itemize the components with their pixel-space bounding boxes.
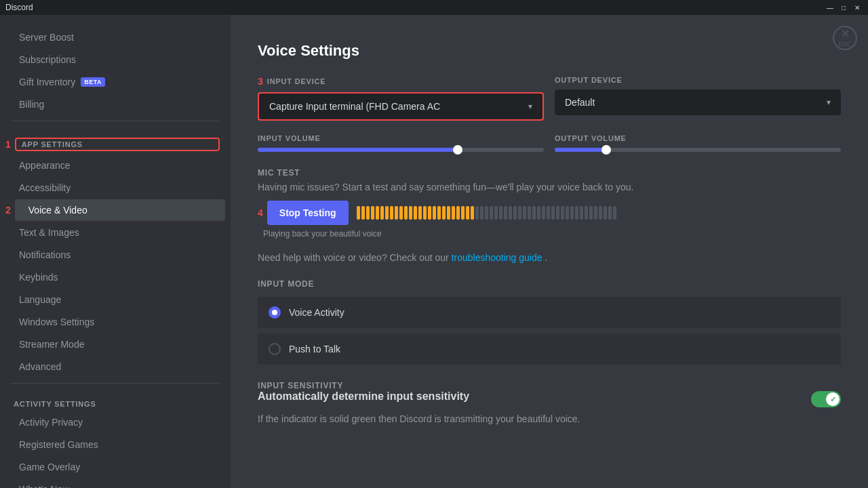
annotation-3: 3 — [258, 76, 263, 87]
audio-bar — [376, 206, 379, 220]
troubleshoot-link[interactable]: troubleshooting guide — [452, 252, 542, 263]
audio-bar — [442, 206, 446, 220]
main-content: ✕ ESC Voice Settings 3 INPUT DEVICE Capt… — [231, 15, 868, 488]
voice-activity-option[interactable]: Voice Activity — [258, 297, 841, 328]
audio-bar — [409, 206, 412, 220]
audio-bar — [547, 206, 550, 220]
mic-test-label: MIC TEST — [258, 168, 841, 178]
close-button[interactable]: ✕ — [852, 2, 863, 13]
audio-bar — [437, 206, 441, 220]
output-device-select[interactable]: Default ▾ — [555, 89, 841, 115]
auto-sensitivity-label: Automatically determine input sensitivit… — [258, 390, 469, 403]
audio-bar — [466, 206, 469, 220]
sidebar-item-text-images[interactable]: Text & Images — [5, 222, 225, 243]
sidebar-item-accessibility[interactable]: Accessibility — [5, 177, 225, 199]
audio-bar — [561, 206, 564, 220]
app-title: Discord — [5, 3, 33, 12]
input-device-value: Capture Input terminal (FHD Camera AC — [269, 101, 440, 112]
output-volume-thumb[interactable] — [601, 145, 611, 155]
sidebar-item-server-boost[interactable]: Server Boost — [5, 26, 225, 48]
sidebar-item-gift-inventory[interactable]: Gift Inventory BETA — [5, 71, 225, 93]
audio-bar — [361, 206, 365, 220]
input-volume-thumb[interactable] — [453, 145, 462, 155]
audio-bar — [380, 206, 384, 220]
audio-bar — [580, 206, 583, 220]
input-device-wrapper: Capture Input terminal (FHD Camera AC ▾ — [258, 92, 544, 121]
input-device-label: INPUT DEVICE — [267, 77, 326, 85]
sensitivity-section: INPUT SENSITIVITY Automatically determin… — [258, 381, 841, 424]
audio-bar — [428, 206, 431, 220]
audio-bar — [509, 206, 512, 220]
sidebar: Server Boost Subscriptions Gift Inventor… — [0, 15, 231, 488]
esc-button[interactable]: ✕ ESC — [833, 26, 857, 50]
playing-back-text: Playing back your beautiful voice — [263, 229, 382, 239]
sidebar-item-billing[interactable]: Billing — [5, 94, 225, 115]
audio-bar — [452, 206, 455, 220]
stop-testing-button[interactable]: Stop Testing — [267, 201, 349, 225]
input-volume-label: INPUT VOLUME — [258, 134, 544, 142]
sidebar-item-game-overlay[interactable]: Game Overlay — [5, 456, 225, 478]
sidebar-item-subscriptions[interactable]: Subscriptions — [5, 49, 225, 70]
audio-bar — [371, 206, 374, 220]
sidebar-item-voice-video[interactable]: Voice & Video — [15, 199, 225, 221]
audio-bar — [418, 206, 422, 220]
push-to-talk-option[interactable]: Push to Talk — [258, 333, 841, 365]
audio-bar — [556, 206, 559, 220]
input-device-group: 3 INPUT DEVICE Capture Input terminal (F… — [258, 76, 544, 121]
input-volume-slider[interactable] — [258, 148, 544, 152]
output-volume-slider[interactable] — [555, 148, 841, 152]
audio-bar — [551, 206, 555, 220]
audio-bar — [604, 206, 607, 220]
output-device-group: OUTPUT DEVICE Default ▾ — [555, 76, 841, 121]
audio-bar — [485, 206, 488, 220]
sidebar-item-keybinds[interactable]: Keybinds — [5, 266, 225, 288]
annotation-4: 4 — [258, 207, 263, 218]
input-volume-group: INPUT VOLUME — [258, 134, 544, 152]
sidebar-item-advanced[interactable]: Advanced — [5, 356, 225, 378]
input-volume-fill — [258, 148, 458, 152]
audio-bar — [504, 206, 507, 220]
minimize-button[interactable]: — — [825, 2, 835, 13]
audio-bar — [537, 206, 540, 220]
toggle-knob: ✓ — [826, 392, 840, 406]
audio-bar — [542, 206, 545, 220]
sidebar-item-activity-privacy[interactable]: Activity Privacy — [5, 411, 225, 433]
sidebar-divider-2 — [11, 383, 220, 384]
audio-bar — [423, 206, 427, 220]
titlebar: Discord — □ ✕ — [0, 0, 868, 15]
sidebar-item-language[interactable]: Language — [5, 289, 225, 310]
auto-sensitivity-toggle[interactable]: ✓ — [811, 391, 841, 407]
esc-label: ESC — [839, 41, 852, 47]
sensitivity-header: Automatically determine input sensitivit… — [258, 390, 841, 408]
push-to-talk-radio[interactable] — [269, 343, 281, 355]
sidebar-item-notifications[interactable]: Notifications — [5, 244, 225, 266]
annotation-2: 2 — [5, 205, 11, 216]
audio-bars — [357, 206, 841, 220]
voice-activity-radio[interactable] — [269, 306, 281, 319]
voice-activity-label: Voice Activity — [289, 307, 344, 318]
output-volume-label: OUTPUT VOLUME — [555, 134, 841, 142]
push-to-talk-label: Push to Talk — [289, 344, 340, 354]
audio-bar — [613, 206, 616, 220]
sidebar-item-appearance[interactable]: Appearance — [5, 155, 225, 176]
output-device-chevron-icon: ▾ — [827, 98, 831, 107]
audio-bar — [528, 206, 531, 220]
sidebar-item-registered-games[interactable]: Registered Games — [5, 434, 225, 455]
radio-inner — [272, 310, 277, 315]
window-controls: — □ ✕ — [825, 2, 863, 13]
app-body: Server Boost Subscriptions Gift Inventor… — [0, 15, 868, 488]
sidebar-item-streamer-mode[interactable]: Streamer Mode — [5, 333, 225, 355]
audio-bar — [480, 206, 484, 220]
playing-back-row: Playing back your beautiful voice — [260, 229, 841, 239]
input-device-select[interactable]: Capture Input terminal (FHD Camera AC ▾ — [259, 94, 542, 119]
audio-bar — [490, 206, 493, 220]
audio-bar — [357, 206, 360, 220]
audio-bar — [404, 206, 408, 220]
restore-button[interactable]: □ — [838, 2, 849, 13]
beta-badge: BETA — [81, 77, 105, 87]
output-device-label: OUTPUT DEVICE — [555, 76, 841, 84]
audio-bar — [599, 206, 602, 220]
sidebar-item-whats-new[interactable]: What's New — [5, 479, 225, 488]
audio-bar — [608, 206, 612, 220]
sidebar-item-windows-settings[interactable]: Windows Settings — [5, 311, 225, 333]
